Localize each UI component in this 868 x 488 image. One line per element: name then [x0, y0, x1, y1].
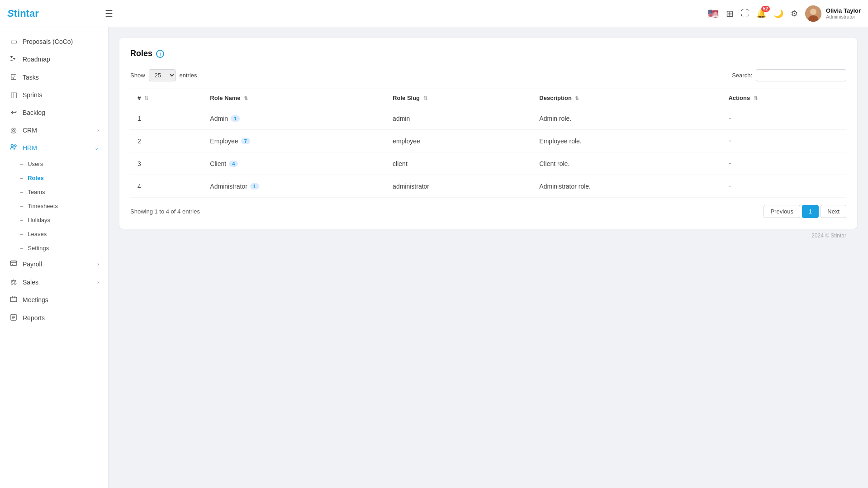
cell-actions: - — [721, 130, 846, 152]
user-name: Olivia Taylor — [826, 7, 861, 14]
hamburger-button[interactable]: ☰ — [105, 8, 113, 19]
header-right: 🇺🇸 ⊞ ⛶ 🔔 52 🌙 ⚙ Olivia Taylor Administra… — [707, 5, 861, 22]
sidebar-sub-label: Leaves — [28, 231, 47, 237]
search-input[interactable] — [756, 69, 846, 81]
svg-rect-10 — [10, 261, 17, 265]
show-entries: Show 25 10 50 100 entries — [130, 69, 197, 81]
sidebar-sub-label: Timesheets — [28, 203, 58, 209]
sidebar-item-label: CRM — [23, 127, 37, 134]
sidebar-sub-holidays[interactable]: – Holidays — [0, 213, 108, 227]
cell-actions: - — [721, 175, 846, 198]
sidebar-item-label: Backlog — [23, 109, 45, 116]
tasks-icon: ☑ — [9, 73, 18, 81]
cell-role-name: Admin 1 — [203, 107, 385, 130]
previous-button[interactable]: Previous — [764, 205, 800, 218]
pagination-controls: Previous 1 Next — [764, 205, 846, 218]
sidebar-sub-label: Teams — [28, 189, 45, 195]
svg-rect-13 — [10, 297, 17, 302]
page-title: Roles — [130, 49, 152, 58]
sidebar-item-label: Reports — [23, 314, 45, 322]
moon-icon[interactable]: 🌙 — [773, 9, 783, 19]
sidebar-item-payroll[interactable]: Payroll › — [0, 255, 108, 273]
sidebar-sub-leaves[interactable]: – Leaves — [0, 227, 108, 241]
sidebar-item-backlog[interactable]: ↩ Backlog — [0, 104, 108, 121]
cell-actions: - — [721, 152, 846, 175]
sidebar-sub-label: Users — [28, 161, 43, 167]
sidebar-item-label: Sales — [23, 279, 38, 286]
entries-select[interactable]: 25 10 50 100 — [149, 69, 176, 81]
show-label: Show — [130, 72, 145, 79]
sales-icon: ⚖ — [9, 278, 18, 286]
user-info: Olivia Taylor Administrator — [826, 7, 861, 19]
sidebar-item-label: HRM — [23, 144, 37, 152]
svg-rect-4 — [13, 58, 15, 59]
hrm-icon — [9, 143, 18, 152]
sidebar-item-crm[interactable]: ◎ CRM › — [0, 121, 108, 139]
svg-point-1 — [810, 9, 816, 15]
user-menu[interactable]: Olivia Taylor Administrator — [805, 5, 861, 22]
next-button[interactable]: Next — [821, 205, 846, 218]
logo: Stintar — [7, 8, 98, 19]
flag-icon[interactable]: 🇺🇸 — [707, 8, 719, 19]
sidebar-item-roadmap[interactable]: Roadmap — [0, 50, 108, 68]
sidebar-item-sprints[interactable]: ◫ Sprints — [0, 86, 108, 104]
count-badge: 1 — [231, 115, 240, 122]
sidebar-item-label: Proposals (CoCo) — [23, 38, 73, 45]
grid-icon[interactable]: ⊞ — [726, 8, 734, 19]
chevron-down-icon: ⌄ — [95, 145, 99, 151]
cell-slug: administrator — [385, 175, 532, 198]
roadmap-icon — [9, 55, 18, 64]
chevron-right-icon: › — [97, 127, 99, 133]
sidebar-item-proposals[interactable]: ▭ Proposals (CoCo) — [0, 33, 108, 50]
sidebar-item-label: Sprints — [23, 91, 43, 99]
cell-num: 3 — [130, 152, 203, 175]
sidebar-item-label: Meetings — [23, 296, 48, 303]
sidebar-item-tasks[interactable]: ☑ Tasks — [0, 68, 108, 86]
showing-text: Showing 1 to 4 of 4 entries — [130, 208, 200, 215]
header: Stintar ☰ 🇺🇸 ⊞ ⛶ 🔔 52 🌙 ⚙ Olivia Taylor — [0, 0, 868, 27]
svg-point-8 — [11, 145, 14, 147]
col-actions: Actions ⇅ — [721, 89, 846, 107]
page-1-button[interactable]: 1 — [802, 205, 819, 218]
roles-table: # ⇅ Role Name ⇅ Role Slug ⇅ Description … — [130, 89, 846, 198]
gear-icon[interactable]: ⚙ — [791, 9, 798, 19]
sidebar-sub-users[interactable]: – Users — [0, 157, 108, 171]
sidebar-item-meetings[interactable]: Meetings — [0, 291, 108, 309]
cell-role-name: Employee 7 — [203, 130, 385, 152]
svg-point-12 — [12, 264, 13, 265]
reports-icon — [9, 313, 18, 322]
sidebar-sub-label: Roles — [28, 175, 43, 181]
sidebar-sub-teams[interactable]: – Teams — [0, 185, 108, 199]
sidebar-sub-timesheets[interactable]: – Timesheets — [0, 199, 108, 213]
sidebar-sub-settings[interactable]: – Settings — [0, 241, 108, 255]
meetings-icon — [9, 295, 18, 304]
cell-actions: - — [721, 107, 846, 130]
sidebar-item-reports[interactable]: Reports — [0, 309, 108, 327]
search-area: Search: — [732, 69, 846, 81]
sidebar-sub-label: Holidays — [28, 217, 50, 223]
table-row: 3 Client 4 client Client role. - — [130, 152, 846, 175]
sidebar-item-hrm[interactable]: HRM ⌄ — [0, 139, 108, 157]
footer-text: 2024 © Stintar — [811, 232, 846, 239]
page-header: Roles i — [130, 49, 846, 58]
col-role-name: Role Name ⇅ — [203, 89, 385, 107]
table-row: 2 Employee 7 employee Employee role. - — [130, 130, 846, 152]
chevron-right-icon: › — [97, 279, 99, 285]
user-role: Administrator — [826, 14, 861, 19]
sidebar-item-label: Tasks — [23, 74, 39, 81]
bell-icon[interactable]: 🔔 52 — [756, 9, 766, 19]
entries-label: entries — [180, 72, 197, 79]
sidebar-item-label: Roadmap — [23, 56, 50, 63]
sidebar-item-sales[interactable]: ⚖ Sales › — [0, 273, 108, 291]
cell-description: Client role. — [532, 152, 721, 175]
cell-slug: client — [385, 152, 532, 175]
count-badge: 1 — [250, 183, 259, 190]
sidebar-sub-roles[interactable]: – Roles — [0, 171, 108, 185]
cell-num: 1 — [130, 107, 203, 130]
fullscreen-icon[interactable]: ⛶ — [741, 9, 749, 18]
info-icon[interactable]: i — [156, 50, 164, 58]
col-description: Description ⇅ — [532, 89, 721, 107]
cell-role-name: Administrator 1 — [203, 175, 385, 198]
avatar — [805, 5, 821, 22]
table-controls: Show 25 10 50 100 entries Search: — [130, 69, 846, 81]
